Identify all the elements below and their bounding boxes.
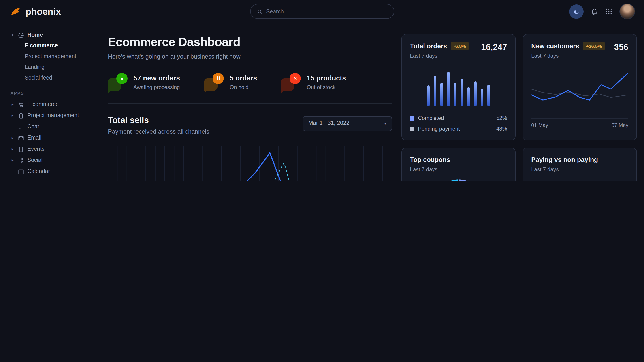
bell-icon [590,7,598,15]
bar [427,85,430,106]
paying-vs-nonpaying-card: Paying vs non paying Last 7 days Paying … [523,148,637,181]
envelope-icon [18,135,24,141]
apps-menu-button[interactable] [605,7,613,15]
legend-swatch [410,127,414,131]
navbar-actions [569,3,635,19]
top-navbar: phoenix [0,0,644,23]
sidebar-item-chat[interactable]: Chat [0,121,93,132]
stat-caption: Awating processing [133,83,180,91]
grid-9-dots-icon [605,7,613,15]
total-sells-title: Total sells [108,114,209,126]
stat-orders-on-hold: 5 orders On hold [204,73,257,91]
chat-icon [18,124,24,130]
pie-chart-icon [18,32,24,38]
card-title: Paying vs non paying [531,156,598,163]
bar [474,81,476,106]
card-period: Last 7 days [531,52,605,60]
calendar-icon [18,168,24,175]
stat-caption: On hold [230,83,257,91]
legend-item: Pending payment 48% [410,125,507,133]
brand-name: phoenix [26,5,61,18]
legend-swatch [410,116,414,121]
orders-bar-chart [410,64,507,106]
main-content: Ecommerce Dashboard Here's what's going … [94,24,644,181]
chevron-right-icon: ▸ [10,135,15,141]
search-icon [257,8,262,14]
phoenix-dashboard: phoenix ▾ Home E commerce [0,0,644,181]
total-orders-card: Total orders -6.8% Last 7 days 16,247 Co… [402,34,516,140]
sidebar-item-apps-ecommerce[interactable]: ▸ E commerce [0,99,93,110]
stat-value: 57 new orders [133,73,180,83]
sidebar-item-ecommerce[interactable]: E commerce [0,41,93,51]
sidebar-item-calendar[interactable]: Calendar [0,166,93,177]
bar [440,83,443,106]
total-sells-chart: 01 May 15 May 30 May [108,144,392,181]
trend-badge: -6.8% [450,42,469,50]
bookmark-icon [18,146,24,152]
card-period: Last 7 days [410,166,507,174]
notifications-button[interactable] [590,7,598,15]
trend-badge: +26.5% [583,42,605,50]
x-label: 01 May [531,122,548,129]
bar [434,76,436,106]
date-range-select[interactable]: Mar 1 - 31, 2022 ▾ [302,116,392,131]
sidebar-item-social[interactable]: ▸ Social [0,155,93,166]
total-sells-subtitle: Payment received across all channels [108,128,209,137]
bar [460,79,463,106]
date-range-value: Mar 1 - 31, 2022 [308,120,349,127]
total-sells-header: Total sells Payment received across all … [108,114,392,136]
search-input[interactable] [266,8,387,14]
bar [481,89,483,106]
stats-row: ★ 57 new orders Awating processing 5 ord… [108,73,392,103]
pause-bubble-icon [204,73,224,91]
cart-icon [18,101,24,107]
legend-item: Completed 52% [410,115,507,122]
bar [487,84,490,106]
sidebar-item-apps-project-management[interactable]: ▸ Project management [0,110,93,121]
card-title: New customers [531,41,579,51]
moon-icon [573,8,580,15]
coupons-donut-chart: 72% [434,177,484,181]
bar [467,87,470,106]
chevron-right-icon: ▸ [10,113,15,118]
x-bubble-icon: ✕ [281,73,301,91]
x-label: 07 May [612,122,628,129]
sidebar-section-apps: APPS [10,90,93,97]
sidebar-item-email[interactable]: ▸ Email [0,132,93,144]
chevron-right-icon: ▸ [10,158,15,163]
stat-caption: Out of stock [307,83,346,91]
brand-logo[interactable]: phoenix [10,5,61,18]
card-title: Top coupons [410,156,450,163]
phoenix-logo-icon [10,5,22,17]
theme-toggle-button[interactable] [569,4,584,18]
x-axis-labels: 01 May 07 May [531,118,628,129]
sidebar-item-social-feed[interactable]: Social feed [0,73,93,84]
card-value: 356 [614,41,628,53]
card-title: Total orders [410,41,447,51]
sidebar-nav: ▾ Home E commerce Project management Lan… [0,24,93,181]
card-period: Last 7 days [410,52,469,60]
bar [454,83,456,106]
user-avatar[interactable] [620,3,635,19]
dashboard-left-column: Ecommerce Dashboard Here's what's going … [108,34,392,181]
sidebar-item-landing[interactable]: Landing [0,62,93,73]
dashboard-cards: Total orders -6.8% Last 7 days 16,247 Co… [402,34,637,181]
stat-out-of-stock: ✕ 15 products Out of stock [281,73,346,91]
chevron-right-icon: ▸ [10,146,15,152]
sidebar-item-project-management[interactable]: Project management [0,51,93,62]
chevron-right-icon: ▸ [10,102,15,107]
bar [447,72,450,106]
top-coupons-card: Top coupons Last 7 days 72% Percentage d… [402,148,516,181]
clipboard-icon [18,112,24,119]
sidebar-item-home[interactable]: ▾ Home [0,29,93,41]
new-customers-card: New customers +26.5% Last 7 days 356 01 … [523,34,637,140]
card-value: 16,247 [481,41,507,53]
global-search[interactable] [250,4,394,19]
star-bubble-icon: ★ [108,73,128,91]
line-chart [108,144,392,181]
stat-value: 15 products [307,73,346,83]
stat-new-orders: ★ 57 new orders Awating processing [108,73,180,91]
chevron-down-icon: ▾ [384,121,386,126]
sidebar-item-events[interactable]: ▸ Events [0,144,93,155]
stat-value: 5 orders [230,73,257,83]
